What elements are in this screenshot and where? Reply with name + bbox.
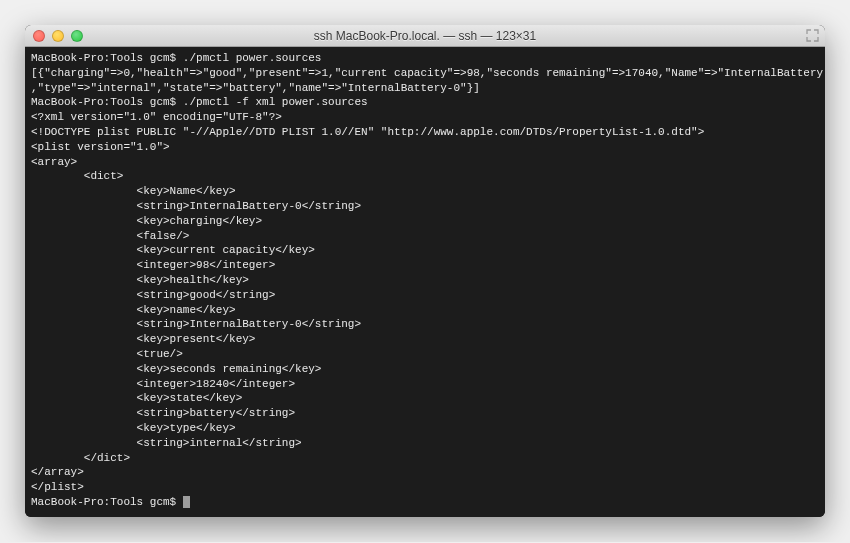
terminal-line: <key>state</key>	[31, 391, 819, 406]
terminal-line: <array>	[31, 155, 819, 170]
terminal-line: <!DOCTYPE plist PUBLIC "-//Apple//DTD PL…	[31, 125, 819, 140]
terminal-line: [{"charging"=>0,"health"=>"good","presen…	[31, 66, 819, 81]
traffic-lights	[33, 30, 83, 42]
terminal-line: </plist>	[31, 480, 819, 495]
terminal-line: <plist version="1.0">	[31, 140, 819, 155]
minimize-icon[interactable]	[52, 30, 64, 42]
terminal-line: <key>health</key>	[31, 273, 819, 288]
terminal-line: <key>type</key>	[31, 421, 819, 436]
terminal-line: </array>	[31, 465, 819, 480]
terminal-line: <integer>98</integer>	[31, 258, 819, 273]
terminal-window: ssh MacBook-Pro.local. — ssh — 123×31 Ma…	[25, 25, 825, 517]
terminal-line: <string>good</string>	[31, 288, 819, 303]
terminal-line: <string>internal</string>	[31, 436, 819, 451]
terminal-line: <string>InternalBattery-0</string>	[31, 199, 819, 214]
terminal-line: <key>charging</key>	[31, 214, 819, 229]
terminal-line: <key>Name</key>	[31, 184, 819, 199]
terminal-line: <key>current capacity</key>	[31, 243, 819, 258]
terminal-line: <?xml version="1.0" encoding="UTF-8"?>	[31, 110, 819, 125]
zoom-icon[interactable]	[71, 30, 83, 42]
terminal-line: MacBook-Pro:Tools gcm$	[31, 495, 819, 510]
terminal-line: <integer>18240</integer>	[31, 377, 819, 392]
terminal-line: <true/>	[31, 347, 819, 362]
close-icon[interactable]	[33, 30, 45, 42]
terminal-line: <string>battery</string>	[31, 406, 819, 421]
terminal-line: <key>seconds remaining</key>	[31, 362, 819, 377]
terminal-line: ,"type"=>"internal","state"=>"battery","…	[31, 81, 819, 96]
fullscreen-icon[interactable]	[806, 29, 819, 42]
cursor	[183, 496, 190, 508]
terminal-line: <string>InternalBattery-0</string>	[31, 317, 819, 332]
terminal-line: <dict>	[31, 169, 819, 184]
terminal-line: MacBook-Pro:Tools gcm$ ./pmctl -f xml po…	[31, 95, 819, 110]
terminal-line: </dict>	[31, 451, 819, 466]
terminal-line: <false/>	[31, 229, 819, 244]
terminal-line: MacBook-Pro:Tools gcm$ ./pmctl power.sou…	[31, 51, 819, 66]
window-title: ssh MacBook-Pro.local. — ssh — 123×31	[25, 29, 825, 43]
terminal-line: <key>present</key>	[31, 332, 819, 347]
terminal-line: <key>name</key>	[31, 303, 819, 318]
titlebar[interactable]: ssh MacBook-Pro.local. — ssh — 123×31	[25, 25, 825, 47]
terminal-body[interactable]: MacBook-Pro:Tools gcm$ ./pmctl power.sou…	[25, 47, 825, 517]
